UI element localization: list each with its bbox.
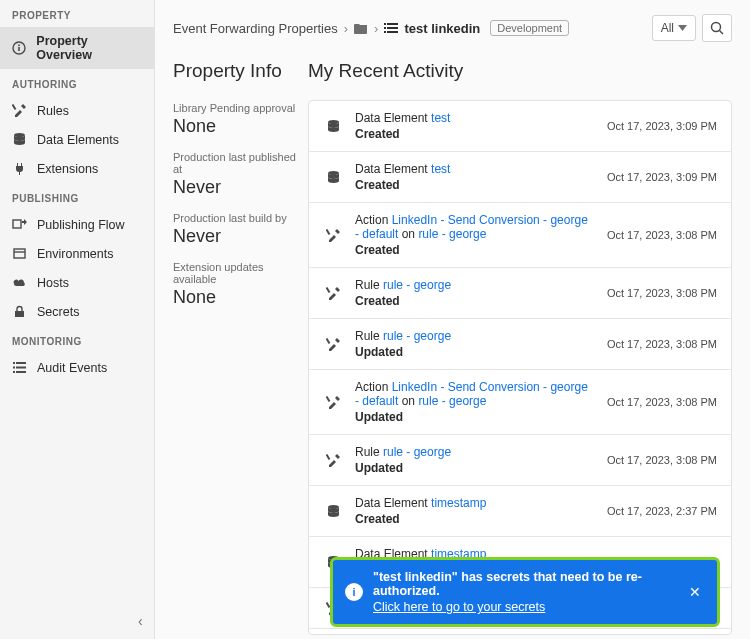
chevron-down-icon (678, 25, 687, 31)
info-icon: i (345, 583, 363, 601)
activity-link[interactable]: timestamp (431, 496, 486, 510)
activity-link[interactable]: rule - george (383, 445, 451, 459)
activity-status: Updated (355, 461, 595, 475)
activity-row[interactable]: Rule rule - georgeUpdatedOct 17, 2023, 3… (309, 435, 731, 486)
breadcrumb-root[interactable]: Event Forwarding Properties (173, 21, 338, 36)
activity-timestamp: Oct 17, 2023, 3:08 PM (607, 287, 717, 299)
list-icon (384, 22, 398, 34)
info-block: Production last build byNever (173, 212, 298, 247)
close-icon[interactable]: ✕ (685, 584, 705, 600)
sidebar-item-overview[interactable]: Property Overview (0, 27, 154, 69)
svg-rect-13 (13, 371, 15, 373)
sidebar-item-rules[interactable]: Rules (0, 96, 154, 125)
data-icon (323, 116, 343, 136)
svg-rect-19 (384, 31, 386, 33)
toast-link[interactable]: Click here to go to your secrets (373, 600, 545, 614)
folder-icon[interactable] (354, 22, 368, 34)
svg-rect-14 (16, 371, 26, 373)
activity-row-body: Action LinkedIn - Send Conversion - geor… (355, 380, 595, 424)
lock-icon (12, 304, 27, 319)
list-icon (12, 360, 27, 375)
activity-row[interactable]: Data Element timestampCreatedOct 17, 202… (309, 486, 731, 537)
activity-text: on (398, 394, 418, 408)
data-icon (323, 167, 343, 187)
activity-text: Data Element (355, 162, 431, 176)
activity-status: Updated (355, 410, 595, 424)
activity-row-title: Rule rule - george (355, 278, 595, 292)
activity-link[interactable]: test (431, 111, 450, 125)
activity-row-body: Data Element testCreated (355, 111, 595, 141)
sidebar-item-label: Extensions (37, 162, 98, 176)
nav-group-label: MONITORING (0, 326, 154, 353)
activity-text: Data Element (355, 496, 431, 510)
breadcrumb-current: test linkedin (404, 21, 480, 36)
activity-row[interactable]: Data Element testCreatedOct 17, 2023, 3:… (309, 152, 731, 203)
sidebar-item-label: Audit Events (37, 361, 107, 375)
topbar: Event Forwarding Properties › › test lin… (155, 0, 750, 52)
activity-row[interactable]: Rule rule - georgeUpdatedOct 17, 2023, 3… (309, 319, 731, 370)
activity-text: Action (355, 213, 392, 227)
activity-row-title: Action LinkedIn - Send Conversion - geor… (355, 213, 595, 241)
sidebar-item-audit-events[interactable]: Audit Events (0, 353, 154, 382)
svg-rect-26 (326, 286, 330, 292)
sidebar-item-label: Publishing Flow (37, 218, 125, 232)
info-value: Never (173, 226, 298, 247)
activity-link[interactable]: rule - george (418, 394, 486, 408)
sidebar-item-extensions[interactable]: Extensions (0, 154, 154, 183)
info-label: Extension updates available (173, 261, 298, 285)
activity-text: Rule (355, 278, 383, 292)
search-button[interactable] (702, 14, 732, 42)
tools-icon (323, 392, 343, 412)
sidebar-item-environments[interactable]: Environments (0, 239, 154, 268)
data-icon (323, 501, 343, 521)
activity-row[interactable]: Action LinkedIn - Send Conversion - geor… (309, 370, 731, 435)
activity-row-body: Rule rule - georgeCreated (355, 278, 595, 308)
svg-rect-2 (18, 45, 20, 47)
activity-timestamp: Oct 17, 2023, 3:08 PM (607, 396, 717, 408)
svg-rect-18 (387, 27, 398, 29)
sidebar-item-label: Property Overview (36, 34, 142, 62)
info-block: Library Pending approvalNone (173, 102, 298, 137)
breadcrumb: Event Forwarding Properties › › test lin… (173, 20, 569, 36)
activity-row[interactable]: Action LinkedIn - Send Conversion - geor… (309, 203, 731, 268)
collapse-sidebar-button[interactable]: ‹ (138, 613, 740, 629)
activity-row[interactable]: Rule rule - georgeCreatedOct 17, 2023, 3… (309, 268, 731, 319)
activity-link[interactable]: test (431, 162, 450, 176)
activity-row-title: Data Element timestamp (355, 496, 595, 510)
sidebar-item-publishing-flow[interactable]: Publishing Flow (0, 210, 154, 239)
activity-row-body: Data Element timestampCreated (355, 496, 595, 526)
svg-rect-10 (16, 362, 26, 364)
activity-text: on (398, 227, 418, 241)
plug-icon (12, 161, 27, 176)
sidebar-item-label: Environments (37, 247, 113, 261)
property-info-heading: Property Info (173, 60, 298, 82)
svg-line-22 (720, 31, 724, 35)
activity-status: Created (355, 294, 595, 308)
svg-point-30 (328, 505, 339, 509)
svg-rect-16 (387, 23, 398, 25)
sidebar-item-secrets[interactable]: Secrets (0, 297, 154, 326)
svg-rect-1 (18, 47, 20, 51)
svg-rect-29 (326, 453, 330, 459)
svg-point-24 (328, 171, 339, 175)
svg-rect-5 (13, 220, 21, 228)
activity-row[interactable]: Data Element testCreatedOct 17, 2023, 3:… (309, 101, 731, 152)
info-label: Production last build by (173, 212, 298, 224)
activity-row-body: Action LinkedIn - Send Conversion - geor… (355, 213, 595, 257)
filter-select[interactable]: All (652, 15, 696, 41)
info-label: Production last published at (173, 151, 298, 175)
activity-link[interactable]: rule - george (418, 227, 486, 241)
activity-link[interactable]: rule - george (383, 278, 451, 292)
activity-row-body: Data Element testCreated (355, 162, 595, 192)
activity-text: Data Element (355, 111, 431, 125)
info-value: Never (173, 177, 298, 198)
activity-link[interactable]: rule - george (383, 329, 451, 343)
sidebar-item-hosts[interactable]: Hosts (0, 268, 154, 297)
sidebar-item-label: Data Elements (37, 133, 119, 147)
sidebar-item-data-elements[interactable]: Data Elements (0, 125, 154, 154)
activity-list: Data Element testCreatedOct 17, 2023, 3:… (308, 100, 732, 635)
activity-row-title: Action LinkedIn - Send Conversion - geor… (355, 380, 595, 408)
info-value: None (173, 116, 298, 137)
svg-rect-8 (15, 311, 24, 317)
activity-status: Updated (355, 345, 595, 359)
